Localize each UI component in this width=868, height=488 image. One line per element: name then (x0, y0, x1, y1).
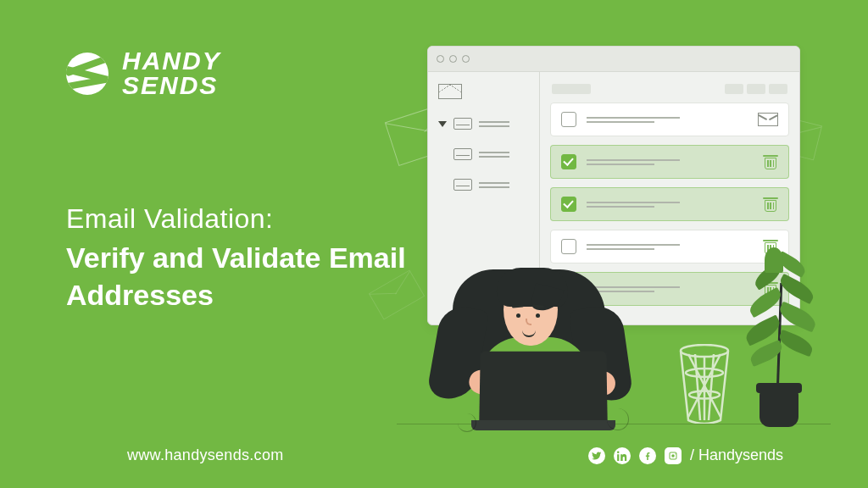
envelope-icon (758, 113, 778, 126)
inbox-icon (453, 118, 472, 130)
toolbar (550, 82, 789, 103)
inbox-icon (453, 179, 472, 191)
plant-illustration (734, 251, 824, 427)
social-handle: / Handysends (690, 446, 783, 464)
window-titlebar (428, 47, 799, 72)
text-placeholder (587, 202, 680, 208)
brand-name-line1: HANDY (122, 49, 221, 74)
promo-banner: HANDY SENDS Email Validation: Verify and… (0, 0, 868, 488)
toolbar-actions (725, 84, 787, 94)
window-dot-icon (462, 55, 470, 63)
checkbox-icon (561, 112, 576, 127)
svg-line-4 (695, 354, 700, 420)
laptop-icon (480, 351, 607, 432)
headline: Email Validation: Verify and Validate Em… (66, 203, 422, 313)
toolbar-placeholder (552, 84, 591, 94)
sidebar-item (438, 118, 529, 130)
email-row (550, 103, 789, 136)
envelope-icon (438, 84, 462, 99)
headline-line2: Verify and Validate Email Addresses (66, 240, 422, 313)
svg-line-5 (709, 354, 714, 420)
inbox-icon (453, 148, 472, 160)
brand-name-line2: SENDS (122, 74, 221, 98)
text-placeholder (587, 159, 680, 165)
brand-logo-text: HANDY SENDS (122, 49, 221, 97)
trash-icon (763, 197, 778, 212)
headline-line1: Email Validation: (66, 203, 422, 235)
person-illustration (398, 212, 653, 458)
toolbar-placeholder (769, 84, 787, 94)
sidebar-item (453, 179, 529, 191)
text-placeholder (479, 152, 509, 158)
text-placeholder (479, 121, 509, 127)
window-dot-icon (437, 55, 444, 63)
trash-icon (763, 154, 778, 169)
toolbar-placeholder (725, 84, 743, 94)
text-placeholder (479, 182, 509, 188)
brand-logo-mark (66, 53, 108, 95)
email-row (550, 145, 789, 179)
instagram-icon (665, 447, 682, 464)
toolbar-placeholder (747, 84, 765, 94)
website-url: www.handysends.com (127, 446, 284, 464)
brand-logo: HANDY SENDS (66, 49, 221, 97)
checkbox-icon (561, 197, 576, 212)
checkbox-icon (561, 154, 576, 169)
window-dot-icon (449, 55, 457, 63)
wastebasket-icon (678, 344, 731, 424)
sidebar-item (453, 148, 529, 160)
chevron-down-icon (438, 121, 447, 127)
text-placeholder (587, 117, 680, 123)
